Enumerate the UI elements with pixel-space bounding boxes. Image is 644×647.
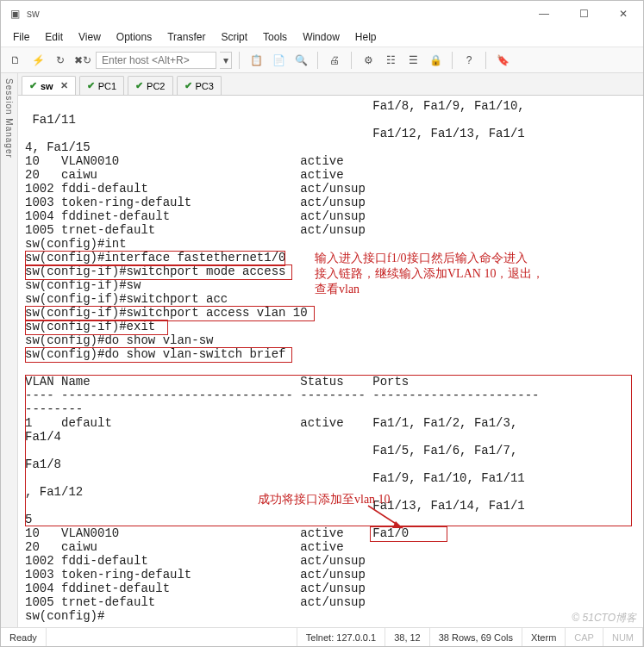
status-cursor-pos: 38, 12 [385,628,430,646]
menu-edit[interactable]: Edit [38,28,70,46]
separator [239,52,240,69]
host-dropdown-icon[interactable]: ▾ [220,52,232,69]
check-icon: ✔ [184,80,192,91]
tab-pc3[interactable]: ✔ PC3 [177,76,222,95]
reconnect-icon[interactable]: ↻ [51,51,70,70]
separator [452,52,453,69]
tab-label: PC3 [196,81,214,91]
quick-connect-icon[interactable]: ⚡ [28,51,47,70]
status-term-type: Xterm [522,628,566,646]
disconnect-icon[interactable]: ✖↻ [73,51,92,70]
separator [351,52,352,69]
app-window: ▣ sw — ☐ ✕ File Edit View Options Transf… [0,0,644,647]
status-num: NUM [603,628,643,646]
terminal[interactable]: Fa1/8, Fa1/9, Fa1/10, Fa1/11 Fa1/12, Fa1… [18,96,643,627]
properties-icon[interactable]: ☰ [403,51,422,70]
tab-pc2[interactable]: ✔ PC2 [128,76,172,95]
status-caps: CAP [566,628,603,646]
minimize-button[interactable]: — [524,1,564,27]
tab-close-icon[interactable]: ✕ [60,80,68,91]
terminal-output: Fa1/8, Fa1/9, Fa1/10, Fa1/11 Fa1/12, Fa1… [18,96,643,626]
menu-tools[interactable]: Tools [256,28,294,46]
menubar: File Edit View Options Transfer Script T… [1,27,643,47]
find-icon[interactable]: 🔍 [291,51,310,70]
bookmarks-icon[interactable]: 🔖 [493,51,512,70]
terminal-panel: ✔ sw ✕ ✔ PC1 ✔ PC2 ✔ PC3 [18,73,643,627]
maximize-button[interactable]: ☐ [564,1,603,27]
menu-view[interactable]: View [72,28,108,46]
tab-label: PC2 [147,81,165,91]
separator [317,52,318,69]
status-dimensions: 38 Rows, 69 Cols [430,628,522,646]
tab-label: PC1 [98,81,116,91]
status-ready: Ready [1,628,47,646]
check-icon: ✔ [29,80,37,91]
help-icon[interactable]: ? [460,51,478,70]
toolbar: 🗋 ⚡ ↻ ✖↻ ▾ 📋 📄 🔍 🖨 ⚙ ☷ ☰ 🔒 ? 🔖 [1,47,643,73]
session-options-icon[interactable]: ⚙ [359,51,378,70]
menu-file[interactable]: File [6,28,36,46]
tab-label: sw [41,81,53,91]
window-title: sw [27,8,40,20]
copy-icon[interactable]: 📄 [269,51,288,70]
host-input[interactable] [96,52,216,69]
tab-pc1[interactable]: ✔ PC1 [79,76,124,95]
session-tabs: ✔ sw ✕ ✔ PC1 ✔ PC2 ✔ PC3 [18,73,643,96]
status-spacer [47,628,297,646]
lock-icon[interactable]: 🔒 [426,51,445,70]
statusbar: Ready Telnet: 127.0.0.1 38, 12 38 Rows, … [1,627,643,646]
menu-window[interactable]: Window [296,28,347,46]
global-options-icon[interactable]: ☷ [381,51,400,70]
menu-options[interactable]: Options [109,28,159,46]
menu-help[interactable]: Help [348,28,384,46]
paste-icon[interactable]: 📋 [247,51,266,70]
session-manager-sidebar[interactable]: Session Manager [1,73,18,627]
tab-sw[interactable]: ✔ sw ✕ [22,76,76,95]
print-icon[interactable]: 🖨 [325,51,344,70]
check-icon: ✔ [135,80,143,91]
menu-script[interactable]: Script [214,28,254,46]
titlebar[interactable]: ▣ sw — ☐ ✕ [1,1,643,27]
sidebar-label: Session Manager [3,73,16,164]
main-area: Session Manager ✔ sw ✕ ✔ PC1 ✔ PC2 ✔ [1,73,643,627]
menu-transfer[interactable]: Transfer [160,28,212,46]
app-icon: ▣ [8,7,22,21]
status-connection: Telnet: 127.0.0.1 [297,628,385,646]
close-button[interactable]: ✕ [603,1,643,27]
new-session-icon[interactable]: 🗋 [6,51,25,70]
check-icon: ✔ [87,80,95,91]
separator [485,52,486,69]
